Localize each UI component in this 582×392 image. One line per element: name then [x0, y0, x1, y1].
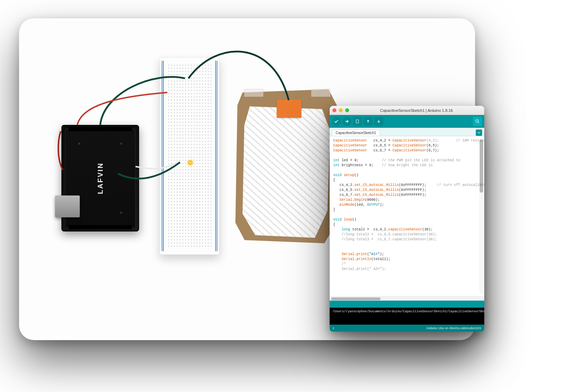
file-icon [355, 119, 360, 123]
status-bar: 1 Arduino Uno on /dev/cu.usbmodem101 [330, 325, 484, 332]
tape-clear-right [311, 89, 330, 97]
editor-horizontal-scrollbar[interactable] [330, 296, 484, 301]
status-line-number: 1 [332, 326, 334, 330]
arrow-down-icon [377, 119, 381, 123]
ide-toolbar [330, 115, 484, 128]
tape-clear-left [244, 89, 263, 97]
editor-vertical-scrollbar[interactable] [479, 138, 484, 294]
led-yellow [188, 160, 193, 165]
open-sketch-button[interactable] [364, 117, 373, 126]
tab-menu-button[interactable] [476, 129, 482, 136]
status-board-port: Arduino Uno on /dev/cu.usbmodem101 [426, 326, 481, 330]
arduino-pin-header-top [68, 127, 132, 131]
upload-button[interactable] [342, 117, 352, 126]
arduino-brand-label: LAFVIN [96, 162, 104, 194]
window-titlebar[interactable]: CapacitiveSensorSketch1 | Arduino 1.8.16 [330, 106, 484, 115]
console-path: /Users/ryanstephen/Documents/Arduino/Cap… [332, 310, 481, 313]
console-divider [330, 301, 484, 308]
scrollbar-thumb[interactable] [331, 297, 380, 300]
code-editor[interactable]: CapacitiveSensor cs_4_2 = CapacitiveSens… [330, 136, 484, 296]
magnifier-icon [475, 119, 480, 124]
scrollbar-thumb[interactable] [480, 140, 483, 193]
console-output[interactable]: /Users/ryanstephen/Documents/Arduino/Cap… [330, 308, 484, 325]
serial-monitor-button[interactable] [473, 117, 482, 126]
window-title: CapacitiveSensorSketch1 | Arduino 1.8.16 [352, 108, 481, 113]
breadboard [160, 57, 220, 255]
svg-point-1 [476, 120, 478, 122]
usb-port [55, 195, 80, 217]
minimize-icon[interactable] [339, 108, 343, 112]
new-sketch-button[interactable] [353, 117, 362, 126]
svg-rect-0 [356, 120, 359, 123]
arduino-ide-window: CapacitiveSensorSketch1 | Arduino 1.8.16… [330, 106, 484, 332]
verify-button[interactable] [332, 117, 341, 126]
save-sketch-button[interactable] [374, 117, 383, 126]
close-icon[interactable] [332, 108, 336, 112]
chevron-down-icon [478, 131, 480, 134]
zoom-icon[interactable] [345, 108, 349, 112]
sketch-tab[interactable]: CapacitiveSensorSketch1 [332, 129, 380, 136]
breadboard-holes [167, 64, 212, 248]
arrow-up-icon [366, 119, 370, 123]
foil-sensor-pad [241, 104, 331, 238]
arrow-right-icon [344, 119, 349, 124]
tab-bar: CapacitiveSensorSketch1 [330, 128, 484, 136]
tape-orange [277, 99, 301, 118]
arduino-pin-header-bottom [68, 225, 132, 229]
check-icon [334, 119, 339, 124]
arduino-board: LAFVIN [61, 125, 139, 231]
